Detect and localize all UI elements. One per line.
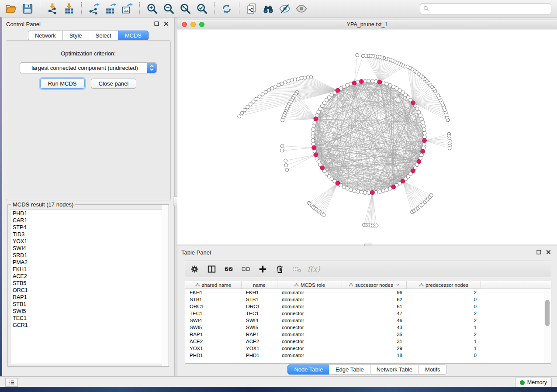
close-table-panel-icon[interactable] (546, 249, 551, 255)
tab-motifs[interactable]: Motifs (419, 364, 447, 375)
zoom-out-button[interactable] (160, 1, 177, 16)
mcds-result-item[interactable]: STP4 (10, 224, 166, 231)
network-canvas[interactable] (177, 30, 557, 245)
column-header-successor-nodes[interactable]: successor nodes (342, 281, 407, 289)
table-scrollbar-thumb[interactable] (545, 300, 550, 326)
refresh-button[interactable] (218, 1, 235, 16)
table-scrollbar[interactable] (544, 289, 551, 363)
table-cell: RAP1 (242, 331, 277, 338)
tab-network[interactable]: Network (28, 31, 63, 41)
float-panel-icon[interactable] (154, 21, 159, 27)
function-builder-icon: f(x) (307, 265, 320, 273)
zoom-selected-icon (196, 3, 208, 14)
run-mcds-button[interactable]: Run MCDS (40, 79, 85, 89)
save-session-button[interactable] (19, 1, 36, 16)
export-table-button[interactable] (102, 1, 119, 16)
table-row[interactable]: ACE2ACE2connector311 (185, 338, 551, 345)
hide-details-icon (279, 3, 291, 14)
mcds-result-item[interactable]: ACE2 (10, 273, 166, 280)
close-panel-button[interactable]: Close panel (91, 79, 137, 89)
hide-details-button[interactable] (277, 1, 293, 16)
tab-style[interactable]: Style (62, 31, 89, 41)
export-image-icon (121, 3, 133, 14)
table-cell: FKH1 (242, 289, 277, 296)
tab-mcds[interactable]: MCDS (118, 31, 149, 41)
mcds-result-item[interactable]: TID3 (10, 231, 166, 238)
column-header-MCDS-role[interactable]: MCDS role (277, 281, 342, 289)
table-cell: dominator (277, 303, 342, 310)
table-cell: connector (277, 345, 342, 352)
mcds-list-scrollbar[interactable] (162, 205, 168, 366)
memory-button[interactable]: Memory (515, 378, 552, 387)
mcds-result-item[interactable]: CAR1 (10, 217, 166, 224)
mcds-result-item[interactable]: STB5 (10, 280, 166, 287)
table-cell: 1 (407, 345, 481, 352)
export-image-button[interactable] (119, 1, 135, 16)
tab-network-table[interactable]: Network Table (370, 364, 419, 375)
search-box[interactable] (420, 3, 551, 14)
share-network-button[interactable] (243, 1, 260, 16)
split-view-button[interactable] (207, 264, 216, 274)
mcds-result-item[interactable]: PHD1 (10, 210, 166, 217)
import-table-button[interactable] (61, 1, 77, 16)
refresh-icon (221, 3, 232, 14)
table-cell: PHD1 (185, 352, 242, 359)
mcds-result-item[interactable]: TEC1 (10, 315, 166, 322)
table-cell: 0 (407, 296, 481, 303)
open-session-icon (5, 3, 17, 14)
mcds-result-item[interactable]: FKH1 (10, 266, 166, 273)
deselect-all-button[interactable] (241, 264, 250, 274)
table-row[interactable]: ORC1ORC1dominator610 (185, 303, 551, 310)
criterion-select[interactable]: largest connected component (undirected) (20, 62, 157, 73)
table-row[interactable]: SWI4SWI4dominator462 (185, 317, 551, 324)
table-row[interactable]: RAP1RAP1dominator352 (185, 331, 551, 338)
table-row[interactable]: YOX1YOX1connector291 (185, 345, 551, 352)
settings-button[interactable] (190, 264, 199, 274)
mcds-result-item[interactable]: ORC1 (10, 287, 166, 294)
delete-column-button[interactable] (275, 264, 284, 274)
network-graph[interactable] (177, 30, 557, 245)
table-cell: STB1 (185, 296, 242, 303)
table-cell: 2 (407, 331, 481, 338)
delete-table-icon (292, 265, 301, 274)
export-network-button[interactable] (86, 1, 102, 16)
task-history-button[interactable] (5, 378, 18, 387)
add-column-button[interactable] (258, 264, 267, 274)
mcds-tab-content: Optimization criterion: largest connecte… (6, 40, 171, 200)
mcds-result-item[interactable]: PMA2 (10, 259, 166, 266)
column-header-predecessor-nodes[interactable]: predecessor nodes (407, 281, 481, 289)
table-cell: STB1 (242, 296, 277, 303)
zoom-fit-button[interactable] (177, 1, 194, 16)
control-panel: Control Panel NetworkStyleSelectMCDS Opt… (2, 17, 175, 376)
tab-edge-table[interactable]: Edge Table (329, 364, 370, 375)
close-panel-icon[interactable] (163, 21, 169, 27)
mcds-result-item[interactable]: STB1 (10, 301, 166, 308)
search-input[interactable] (431, 5, 548, 12)
table-row[interactable]: PHD1PHD1dominator180 (185, 352, 551, 359)
mcds-result-item[interactable]: SRD1 (10, 252, 166, 259)
show-details-button[interactable] (293, 1, 310, 16)
tab-node-table[interactable]: Node Table (287, 364, 329, 375)
zoom-in-button[interactable] (144, 1, 160, 16)
table-row[interactable]: SWI5SWI5connector431 (185, 324, 551, 331)
mcds-result-item[interactable]: GCR1 (10, 322, 166, 329)
control-panel-tabs: NetworkStyleSelectMCDS (2, 31, 174, 41)
column-header-shared-name[interactable]: shared name (185, 281, 242, 289)
select-all-button[interactable] (224, 264, 233, 274)
table-row[interactable]: FKH1FKH1dominator962 (185, 289, 551, 296)
open-session-button[interactable] (3, 1, 19, 16)
table-row[interactable]: TEC1TEC1connector472 (185, 310, 551, 317)
table-row[interactable]: STB1STB1dominator620 (185, 296, 551, 303)
binoculars-button[interactable] (260, 1, 277, 16)
mcds-result-item[interactable]: RAP1 (10, 294, 166, 301)
zoom-selected-button[interactable] (194, 1, 210, 16)
export-network-icon (88, 3, 100, 14)
tab-select[interactable]: Select (89, 31, 118, 41)
mcds-result-item[interactable]: SWI4 (10, 245, 166, 252)
column-header-name[interactable]: name (242, 281, 277, 289)
float-table-panel-icon[interactable] (536, 249, 542, 255)
import-network-button[interactable] (44, 1, 61, 16)
mcds-result-item[interactable]: YOX1 (10, 238, 166, 245)
mcds-result-item[interactable]: SWI5 (10, 308, 166, 315)
export-table-icon (105, 3, 116, 14)
